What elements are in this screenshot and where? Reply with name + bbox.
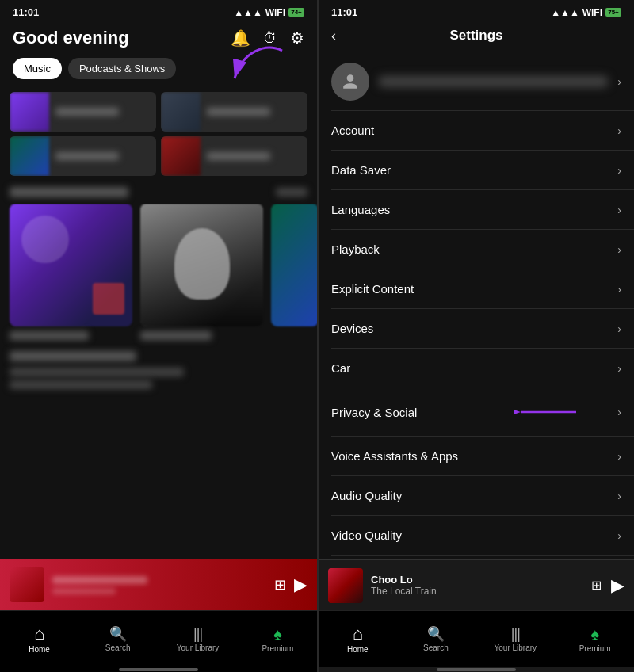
left-panel: 11:01 ▲▲▲ WiFi 74+ Good evening 🔔 ⏱ ⚙ Mu…	[0, 0, 317, 672]
nav-search-left[interactable]: 🔍 Search	[98, 627, 138, 652]
chevron-account: ›	[617, 124, 621, 137]
nav-library-label-right: Your Library	[495, 643, 537, 652]
right-time: 11:01	[331, 6, 357, 18]
chevron-audio: ›	[617, 490, 621, 502]
settings-header: ‹ Settings	[319, 21, 634, 53]
left-header: Good evening 🔔 ⏱ ⚙	[0, 21, 317, 58]
nav-home-label: Home	[29, 645, 50, 654]
chevron-video: ›	[617, 529, 621, 542]
greeting-text: Good evening	[13, 28, 129, 48]
settings-item-storage[interactable]: Storage ›	[319, 556, 634, 559]
nav-library-left[interactable]: ||| Your Library	[177, 627, 220, 652]
library-icon-right: |||	[511, 627, 520, 641]
chevron-datasaver: ›	[617, 164, 621, 177]
nav-search-right[interactable]: 🔍 Search	[416, 627, 456, 652]
chevron-voice: ›	[617, 450, 621, 463]
chevron-devices: ›	[617, 323, 621, 335]
recently-played-item[interactable]	[161, 92, 307, 132]
search-icon-right: 🔍	[427, 627, 445, 641]
settings-item-privacy[interactable]: Privacy & Social ›	[319, 388, 634, 436]
nav-search-label: Search	[105, 643, 131, 652]
chevron-car: ›	[617, 362, 621, 375]
settings-item-devices[interactable]: Devices ›	[319, 309, 634, 348]
settings-item-audio[interactable]: Audio Quality ›	[319, 476, 634, 515]
track-artist: The Local Train	[371, 586, 583, 597]
notification-icon[interactable]: 🔔	[231, 29, 250, 48]
cast-icon-left[interactable]: ⊞	[274, 576, 286, 594]
library-icon: |||	[193, 627, 202, 641]
profile-name	[379, 76, 608, 87]
track-name: Choo Lo	[371, 574, 583, 586]
recently-played-item[interactable]	[10, 92, 156, 132]
premium-icon-right: ♠	[590, 626, 599, 642]
right-panel: 11:01 ▲▲▲ WiFi 75+ ‹ Settings › Account …	[319, 0, 634, 672]
left-status-icons: ▲▲▲ WiFi 74+	[234, 7, 304, 18]
right-status-bar: 11:01 ▲▲▲ WiFi 75+	[319, 0, 634, 21]
settings-item-datasaver[interactable]: Data Saver ›	[319, 151, 634, 189]
content-card[interactable]	[140, 204, 263, 340]
now-playing-bar-right[interactable]: Choo Lo The Local Train ⊞ ▶	[319, 559, 634, 610]
signal-icon: ▲▲▲	[234, 7, 262, 18]
premium-icon: ♠	[273, 626, 282, 642]
chevron-privacy: ›	[617, 406, 621, 418]
settings-item-account[interactable]: Account ›	[319, 111, 634, 150]
settings-item-playback[interactable]: Playback ›	[319, 230, 634, 269]
nav-library-label: Your Library	[177, 643, 220, 652]
right-bottom-nav: ⌂ Home 🔍 Search ||| Your Library ♠ Premi…	[319, 610, 634, 667]
content-card[interactable]	[271, 204, 317, 340]
settings-item-video[interactable]: Video Quality ›	[319, 516, 634, 555]
home-indicator-left	[0, 667, 317, 672]
left-time: 11:01	[13, 6, 39, 18]
track-thumbnail	[328, 568, 363, 603]
play-button-left[interactable]: ▶	[294, 575, 307, 595]
settings-item-voice[interactable]: Voice Assistants & Apps ›	[319, 437, 634, 475]
recently-played-item[interactable]	[161, 136, 307, 176]
settings-item-car[interactable]: Car ›	[319, 349, 634, 388]
nav-premium-left[interactable]: ♠ Premium	[258, 626, 297, 653]
search-icon: 🔍	[109, 627, 127, 641]
nav-premium-label-right: Premium	[579, 644, 611, 653]
now-playing-thumb-left	[10, 567, 44, 602]
settings-icon[interactable]: ⚙	[290, 29, 304, 48]
filter-tabs: Music Podcasts & Shows	[0, 58, 317, 92]
left-status-bar: 11:01 ▲▲▲ WiFi 74+	[0, 0, 317, 21]
home-icon-right: ⌂	[353, 625, 363, 643]
track-info: Choo Lo The Local Train	[371, 574, 583, 597]
left-bottom-nav: ⌂ Home 🔍 Search ||| Your Library ♠ Premi…	[0, 610, 317, 667]
now-playing-info-left	[44, 576, 274, 594]
content-fade	[0, 404, 317, 452]
chevron-languages: ›	[617, 204, 621, 216]
wifi-icon: WiFi	[265, 7, 285, 18]
settings-item-explicit[interactable]: Explicit Content ›	[319, 269, 634, 308]
privacy-arrow	[514, 401, 578, 423]
settings-item-languages[interactable]: Languages ›	[319, 190, 634, 229]
battery-icon: 74+	[288, 8, 304, 17]
nav-home-left[interactable]: ⌂ Home	[20, 625, 59, 654]
cast-icon-right[interactable]: ⊞	[591, 578, 602, 593]
nav-home-right[interactable]: ⌂ Home	[338, 625, 377, 654]
nav-search-label-right: Search	[423, 643, 449, 652]
podcasts-tab[interactable]: Podcasts & Shows	[68, 58, 176, 79]
profile-row[interactable]: ›	[319, 53, 634, 110]
nav-premium-label: Premium	[262, 644, 293, 653]
right-wifi-icon: WiFi	[582, 7, 602, 18]
content-card[interactable]	[10, 204, 132, 340]
header-action-icons: 🔔 ⏱ ⚙	[231, 29, 304, 48]
music-tab[interactable]: Music	[13, 58, 62, 79]
recently-played-item[interactable]	[10, 136, 156, 176]
settings-list: Account › Data Saver › Languages › Playb…	[319, 111, 634, 559]
playback-controls: ⊞ ▶	[591, 575, 624, 596]
back-button[interactable]: ‹	[331, 28, 336, 44]
right-status-icons: ▲▲▲ WiFi 75+	[551, 7, 621, 18]
nav-library-right[interactable]: ||| Your Library	[495, 627, 537, 652]
nav-premium-right[interactable]: ♠ Premium	[575, 626, 615, 653]
history-icon[interactable]: ⏱	[263, 30, 277, 47]
now-playing-bar-left[interactable]: ⊞ ▶	[0, 559, 317, 610]
user-avatar	[331, 63, 369, 101]
play-button-right[interactable]: ▶	[611, 575, 624, 596]
right-signal-icon: ▲▲▲	[551, 7, 579, 18]
chevron-explicit: ›	[617, 283, 621, 296]
settings-title: Settings	[449, 28, 502, 44]
nav-home-label-right: Home	[347, 645, 369, 654]
home-indicator-right	[319, 667, 634, 672]
